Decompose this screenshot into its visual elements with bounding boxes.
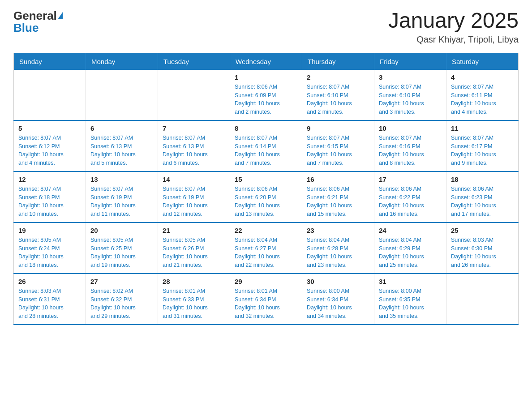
day-info: Sunrise: 8:07 AM Sunset: 6:16 PM Dayligh… <box>379 134 442 167</box>
page-header: General Blue January 2025 Qasr Khiyar, T… <box>13 9 519 45</box>
day-number: 20 <box>90 227 153 234</box>
day-number: 17 <box>379 176 442 183</box>
calendar-cell: 13Sunrise: 8:07 AM Sunset: 6:19 PM Dayli… <box>86 171 158 223</box>
calendar-cell: 23Sunrise: 8:04 AM Sunset: 6:28 PM Dayli… <box>302 223 374 274</box>
calendar-cell: 5Sunrise: 8:07 AM Sunset: 6:12 PM Daylig… <box>14 120 86 171</box>
day-info: Sunrise: 8:06 AM Sunset: 6:20 PM Dayligh… <box>235 185 297 218</box>
subtitle: Qasr Khiyar, Tripoli, Libya <box>388 34 519 45</box>
day-number: 11 <box>451 124 514 132</box>
calendar-cell: 31Sunrise: 8:00 AM Sunset: 6:35 PM Dayli… <box>374 274 446 325</box>
day-info: Sunrise: 8:05 AM Sunset: 6:24 PM Dayligh… <box>18 236 81 270</box>
weekday-header-wednesday: Wednesday <box>230 53 302 70</box>
day-number: 4 <box>451 73 514 81</box>
calendar-cell: 27Sunrise: 8:02 AM Sunset: 6:32 PM Dayli… <box>86 274 158 325</box>
calendar-cell: 26Sunrise: 8:03 AM Sunset: 6:31 PM Dayli… <box>14 274 86 325</box>
day-info: Sunrise: 8:05 AM Sunset: 6:25 PM Dayligh… <box>90 236 153 270</box>
day-number: 14 <box>163 176 225 183</box>
calendar-cell: 22Sunrise: 8:04 AM Sunset: 6:27 PM Dayli… <box>230 223 302 274</box>
calendar-week-row: 12Sunrise: 8:07 AM Sunset: 6:18 PM Dayli… <box>14 171 519 223</box>
day-number: 2 <box>307 73 369 81</box>
day-number: 25 <box>451 227 514 234</box>
day-number: 29 <box>235 278 297 285</box>
day-info: Sunrise: 8:06 AM Sunset: 6:09 PM Dayligh… <box>235 83 297 116</box>
day-number: 26 <box>18 278 81 285</box>
calendar-cell: 28Sunrise: 8:01 AM Sunset: 6:33 PM Dayli… <box>158 274 230 325</box>
calendar-cell: 6Sunrise: 8:07 AM Sunset: 6:13 PM Daylig… <box>86 120 158 171</box>
day-info: Sunrise: 8:07 AM Sunset: 6:18 PM Dayligh… <box>18 185 81 218</box>
day-number: 22 <box>235 227 297 234</box>
calendar-cell: 1Sunrise: 8:06 AM Sunset: 6:09 PM Daylig… <box>230 70 302 120</box>
day-info: Sunrise: 8:07 AM Sunset: 6:19 PM Dayligh… <box>163 185 225 218</box>
day-number: 24 <box>379 227 442 234</box>
weekday-header-saturday: Saturday <box>446 53 519 70</box>
calendar-cell <box>14 70 86 120</box>
day-number: 1 <box>235 73 297 81</box>
calendar-cell: 8Sunrise: 8:07 AM Sunset: 6:14 PM Daylig… <box>230 120 302 171</box>
day-number: 21 <box>163 227 225 234</box>
calendar-cell: 10Sunrise: 8:07 AM Sunset: 6:16 PM Dayli… <box>374 120 446 171</box>
day-info: Sunrise: 8:04 AM Sunset: 6:28 PM Dayligh… <box>307 236 369 270</box>
calendar-cell: 4Sunrise: 8:07 AM Sunset: 6:11 PM Daylig… <box>446 70 519 120</box>
calendar-cell: 29Sunrise: 8:01 AM Sunset: 6:34 PM Dayli… <box>230 274 302 325</box>
logo: General Blue <box>13 9 63 35</box>
calendar-cell: 17Sunrise: 8:06 AM Sunset: 6:22 PM Dayli… <box>374 171 446 223</box>
day-number: 18 <box>451 176 514 183</box>
day-info: Sunrise: 8:02 AM Sunset: 6:32 PM Dayligh… <box>90 287 153 321</box>
day-info: Sunrise: 8:04 AM Sunset: 6:27 PM Dayligh… <box>235 236 297 270</box>
calendar-week-row: 19Sunrise: 8:05 AM Sunset: 6:24 PM Dayli… <box>14 223 519 274</box>
logo-blue-text: Blue <box>13 21 39 35</box>
calendar-cell: 7Sunrise: 8:07 AM Sunset: 6:13 PM Daylig… <box>158 120 230 171</box>
weekday-header-thursday: Thursday <box>302 53 374 70</box>
title-block: January 2025 Qasr Khiyar, Tripoli, Libya <box>388 9 519 45</box>
calendar-cell: 15Sunrise: 8:06 AM Sunset: 6:20 PM Dayli… <box>230 171 302 223</box>
calendar-cell: 30Sunrise: 8:00 AM Sunset: 6:34 PM Dayli… <box>302 274 374 325</box>
day-number: 16 <box>307 176 369 183</box>
day-number: 27 <box>90 278 153 285</box>
day-number: 6 <box>90 124 153 132</box>
calendar-cell: 3Sunrise: 8:07 AM Sunset: 6:10 PM Daylig… <box>374 70 446 120</box>
calendar-cell: 24Sunrise: 8:04 AM Sunset: 6:29 PM Dayli… <box>374 223 446 274</box>
day-info: Sunrise: 8:07 AM Sunset: 6:17 PM Dayligh… <box>451 134 514 167</box>
calendar-week-row: 26Sunrise: 8:03 AM Sunset: 6:31 PM Dayli… <box>14 274 519 325</box>
day-info: Sunrise: 8:06 AM Sunset: 6:22 PM Dayligh… <box>379 185 442 218</box>
day-info: Sunrise: 8:07 AM Sunset: 6:13 PM Dayligh… <box>163 134 225 167</box>
calendar-cell: 21Sunrise: 8:05 AM Sunset: 6:26 PM Dayli… <box>158 223 230 274</box>
day-number: 10 <box>379 124 442 132</box>
day-number: 3 <box>379 73 442 81</box>
calendar-cell: 9Sunrise: 8:07 AM Sunset: 6:15 PM Daylig… <box>302 120 374 171</box>
day-number: 15 <box>235 176 297 183</box>
day-info: Sunrise: 8:01 AM Sunset: 6:34 PM Dayligh… <box>235 287 297 321</box>
weekday-header-friday: Friday <box>374 53 446 70</box>
day-number: 23 <box>307 227 369 234</box>
calendar-cell: 2Sunrise: 8:07 AM Sunset: 6:10 PM Daylig… <box>302 70 374 120</box>
calendar-cell: 20Sunrise: 8:05 AM Sunset: 6:25 PM Dayli… <box>86 223 158 274</box>
day-info: Sunrise: 8:03 AM Sunset: 6:30 PM Dayligh… <box>451 236 514 270</box>
calendar-cell: 18Sunrise: 8:06 AM Sunset: 6:23 PM Dayli… <box>446 171 519 223</box>
day-info: Sunrise: 8:04 AM Sunset: 6:29 PM Dayligh… <box>379 236 442 270</box>
calendar-table: SundayMondayTuesdayWednesdayThursdayFrid… <box>13 53 519 325</box>
weekday-header-monday: Monday <box>86 53 158 70</box>
day-number: 31 <box>379 278 442 285</box>
day-number: 12 <box>18 176 81 183</box>
day-number: 13 <box>90 176 153 183</box>
calendar-cell <box>446 274 519 325</box>
day-number: 28 <box>163 278 225 285</box>
calendar-cell: 11Sunrise: 8:07 AM Sunset: 6:17 PM Dayli… <box>446 120 519 171</box>
day-info: Sunrise: 8:07 AM Sunset: 6:15 PM Dayligh… <box>307 134 369 167</box>
day-info: Sunrise: 8:07 AM Sunset: 6:11 PM Dayligh… <box>451 83 514 116</box>
day-info: Sunrise: 8:05 AM Sunset: 6:26 PM Dayligh… <box>163 236 225 270</box>
weekday-header-sunday: Sunday <box>14 53 86 70</box>
weekday-header-tuesday: Tuesday <box>158 53 230 70</box>
day-info: Sunrise: 8:07 AM Sunset: 6:12 PM Dayligh… <box>18 134 81 167</box>
logo-triangle-icon <box>58 12 63 19</box>
calendar-cell: 12Sunrise: 8:07 AM Sunset: 6:18 PM Dayli… <box>14 171 86 223</box>
day-number: 8 <box>235 124 297 132</box>
calendar-cell <box>158 70 230 120</box>
day-info: Sunrise: 8:07 AM Sunset: 6:10 PM Dayligh… <box>379 83 442 116</box>
calendar-week-row: 5Sunrise: 8:07 AM Sunset: 6:12 PM Daylig… <box>14 120 519 171</box>
calendar-cell: 19Sunrise: 8:05 AM Sunset: 6:24 PM Dayli… <box>14 223 86 274</box>
day-number: 19 <box>18 227 81 234</box>
day-info: Sunrise: 8:00 AM Sunset: 6:34 PM Dayligh… <box>307 287 369 321</box>
day-number: 7 <box>163 124 225 132</box>
day-info: Sunrise: 8:07 AM Sunset: 6:19 PM Dayligh… <box>90 185 153 218</box>
